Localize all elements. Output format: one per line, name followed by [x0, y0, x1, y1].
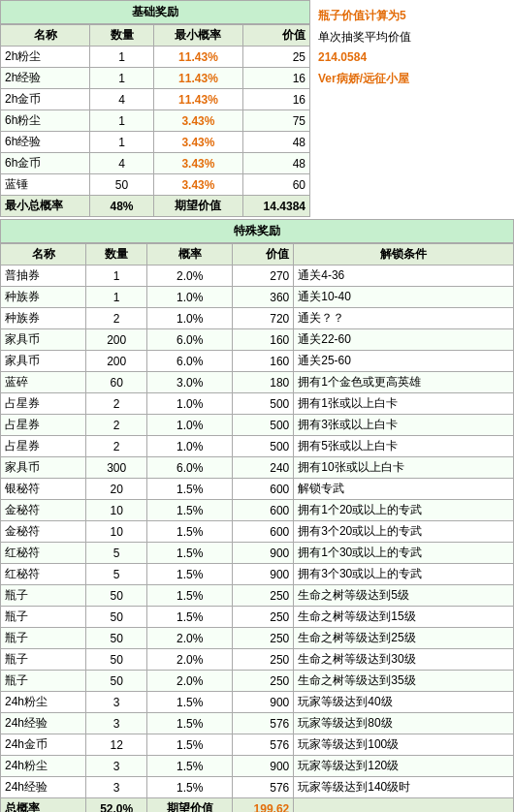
sp-cell-prob: 1.5%: [147, 479, 233, 500]
col-header-prob: 最小概率: [153, 25, 242, 47]
basic-table-row: 6h经验 1 3.43% 48: [1, 132, 310, 153]
sp-cell-unlock: 玩家等级达到140级时: [294, 777, 514, 798]
sp-cell-prob: 1.0%: [147, 287, 233, 308]
sp-cell-unlock: 玩家等级达到120级: [294, 756, 514, 777]
special-section: 特殊奖励 名称 数量 概率 价值 解锁条件 普抽券 1 2.0% 270 通关4…: [0, 219, 514, 812]
sp-cell-unlock: 拥有1张或以上白卡: [294, 393, 514, 415]
sp-cell-val: 576: [233, 713, 294, 734]
sp-cell-name: 蓝碎: [1, 372, 86, 393]
basic-cell-name: 2h金币: [1, 89, 90, 110]
basic-cell-name: 蓝锤: [1, 174, 90, 196]
special-table-row: 瓶子 50 1.5% 250 生命之树等级达到5级: [1, 585, 514, 607]
sp-cell-val: 600: [233, 521, 294, 543]
sp-cell-unlock: 拥有3个30或以上的专武: [294, 564, 514, 585]
sp-cell-val: 500: [233, 393, 294, 415]
sp-cell-count: 300: [86, 457, 147, 479]
sp-cell-unlock: 玩家等级达到80级: [294, 713, 514, 734]
special-table-row: 普抽券 1 2.0% 270 通关4-36: [1, 265, 514, 287]
basic-table-row: 6h金币 4 3.43% 48: [1, 153, 310, 174]
sp-cell-prob: 6.0%: [147, 329, 233, 351]
side-line1: 瓶子价值计算为5: [318, 6, 506, 27]
sp-cell-unlock: 生命之树等级达到25级: [294, 628, 514, 649]
sp-cell-count: 50: [86, 671, 147, 692]
sp-cell-prob: 1.5%: [147, 607, 233, 628]
side-line3: 214.0584: [318, 47, 506, 69]
sp-cell-count: 50: [86, 649, 147, 671]
col-header-name: 名称: [1, 25, 90, 47]
basic-cell-val: 16: [243, 89, 310, 110]
sp-cell-prob: 6.0%: [147, 457, 233, 479]
sp-cell-unlock: 玩家等级达到100级: [294, 734, 514, 756]
special-table-row: 家具币 300 6.0% 240 拥有10张或以上白卡: [1, 457, 514, 479]
basic-footer-min-label: 最小总概率: [1, 196, 90, 217]
special-table-row: 银秘符 20 1.5% 600 解锁专武: [1, 479, 514, 500]
sp-cell-prob: 1.0%: [147, 436, 233, 457]
sp-cell-val: 720: [233, 308, 294, 329]
sp-cell-unlock: 生命之树等级达到5级: [294, 585, 514, 607]
sp-cell-prob: 1.0%: [147, 415, 233, 436]
sp-cell-count: 200: [86, 329, 147, 351]
sp-cell-val: 576: [233, 777, 294, 798]
basic-footer-row: 最小总概率 48% 期望价值 14.4384: [1, 196, 310, 217]
sp-cell-val: 600: [233, 479, 294, 500]
sp-cell-prob: 1.5%: [147, 692, 233, 713]
sp-cell-val: 240: [233, 457, 294, 479]
sp-cell-unlock: 拥有1个金色或更高英雄: [294, 372, 514, 393]
sp-cell-name: 瓶子: [1, 649, 86, 671]
sp-cell-val: 500: [233, 415, 294, 436]
sp-cell-prob: 2.0%: [147, 649, 233, 671]
sp-cell-name: 24h粉尘: [1, 692, 86, 713]
sp-cell-name: 红秘符: [1, 543, 86, 564]
sp-cell-name: 瓶子: [1, 585, 86, 607]
sp-cell-val: 250: [233, 628, 294, 649]
sp-cell-prob: 3.0%: [147, 372, 233, 393]
sp-cell-count: 20: [86, 479, 147, 500]
basic-cell-count: 50: [90, 174, 154, 196]
sp-cell-name: 24h经验: [1, 777, 86, 798]
main-container: 基础奖励 名称 数量 最小概率 价值 2h粉尘 1 11.43% 25 2h经验…: [0, 0, 514, 812]
basic-table-wrap: 基础奖励 名称 数量 最小概率 价值 2h粉尘 1 11.43% 25 2h经验…: [0, 0, 310, 217]
sp-footer-exp-val: 199.62: [233, 798, 294, 813]
sp-cell-prob: 1.5%: [147, 585, 233, 607]
basic-footer-exp-val: 14.4384: [243, 196, 310, 217]
basic-cell-count: 4: [90, 89, 154, 110]
special-table-row: 占星券 2 1.0% 500 拥有5张或以上白卡: [1, 436, 514, 457]
sp-cell-count: 50: [86, 585, 147, 607]
sp-cell-val: 500: [233, 436, 294, 457]
col-header-count: 数量: [90, 25, 154, 47]
col-header-val: 价值: [243, 25, 310, 47]
special-table-row: 24h金币 12 1.5% 576 玩家等级达到100级: [1, 734, 514, 756]
sp-cell-val: 180: [233, 372, 294, 393]
sp-cell-val: 250: [233, 671, 294, 692]
sp-cell-val: 900: [233, 756, 294, 777]
basic-cell-val: 25: [243, 47, 310, 68]
sp-cell-val: 900: [233, 543, 294, 564]
sp-cell-count: 3: [86, 713, 147, 734]
sp-cell-count: 10: [86, 500, 147, 521]
basic-cell-name: 2h粉尘: [1, 47, 90, 68]
sp-cell-val: 360: [233, 287, 294, 308]
basic-cell-val: 75: [243, 110, 310, 132]
special-table-row: 瓶子 50 1.5% 250 生命之树等级达到15级: [1, 607, 514, 628]
sp-cell-count: 5: [86, 564, 147, 585]
special-table-row: 24h经验 3 1.5% 576 玩家等级达到80级: [1, 713, 514, 734]
sp-cell-name: 种族券: [1, 287, 86, 308]
special-table-row: 24h粉尘 3 1.5% 900 玩家等级达到40级: [1, 692, 514, 713]
basic-cell-prob: 3.43%: [153, 153, 242, 174]
sp-cell-name: 占星券: [1, 393, 86, 415]
sp-cell-name: 24h金币: [1, 734, 86, 756]
sp-cell-unlock: 通关25-60: [294, 351, 514, 372]
basic-cell-name: 2h经验: [1, 68, 90, 89]
sp-cell-name: 24h经验: [1, 713, 86, 734]
sp-cell-prob: 6.0%: [147, 351, 233, 372]
sp-cell-unlock: 生命之树等级达到35级: [294, 671, 514, 692]
special-table-row: 24h粉尘 3 1.5% 900 玩家等级达到120级: [1, 756, 514, 777]
sp-cell-unlock: 拥有1个20或以上的专武: [294, 500, 514, 521]
special-footer-row: 总概率 52.0% 期望价值 199.62: [1, 798, 514, 813]
sp-cell-name: 金秘符: [1, 521, 86, 543]
sp-cell-unlock: 玩家等级达到40级: [294, 692, 514, 713]
basic-cell-prob: 3.43%: [153, 174, 242, 196]
sp-cell-unlock: 生命之树等级达到30级: [294, 649, 514, 671]
sp-cell-name: 瓶子: [1, 607, 86, 628]
basic-cell-count: 1: [90, 110, 154, 132]
